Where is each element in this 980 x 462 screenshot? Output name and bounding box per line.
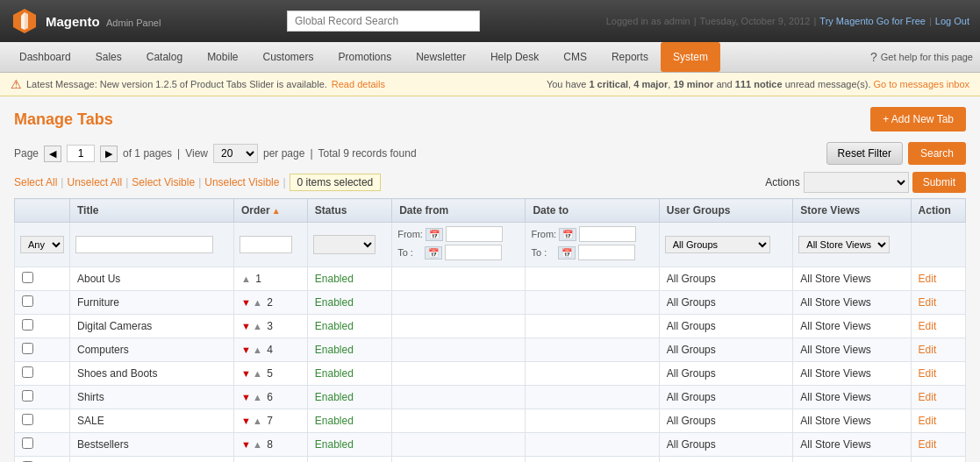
next-page-btn[interactable]: ▶ — [100, 146, 118, 162]
filter-order-cell — [234, 223, 308, 267]
order-down-icon[interactable]: ▼ — [241, 345, 251, 355]
help-btn[interactable]: Get help for this page — [881, 52, 973, 62]
prev-page-btn[interactable]: ◀ — [44, 146, 61, 162]
order-up-icon[interactable]: ▲ — [253, 416, 262, 426]
edit-link[interactable]: Edit — [919, 415, 937, 427]
select-row: Select All | Unselect All | Select Visib… — [14, 172, 966, 193]
select-all-link[interactable]: Select All — [14, 176, 57, 188]
row-checkbox[interactable] — [22, 295, 33, 307]
select-visible-link[interactable]: Select Visible — [132, 176, 195, 188]
order-down-icon[interactable]: ▼ — [241, 439, 251, 450]
order-up-icon[interactable]: ▲ — [253, 297, 262, 308]
order-up-icon[interactable]: ▲ — [253, 368, 262, 379]
order-up-icon[interactable]: ▲ — [253, 392, 262, 402]
row-checkbox[interactable] — [22, 272, 33, 283]
sep3: | — [198, 176, 201, 188]
row-user-groups: All Groups — [659, 409, 793, 433]
filter-store-views-select[interactable]: All Store Views — [798, 236, 890, 253]
unselect-visible-link[interactable]: Unselect Visible — [204, 176, 279, 188]
items-selected-count: 0 items selected — [290, 174, 382, 191]
order-up-icon[interactable]: ▲ — [253, 321, 262, 331]
order-up-icon[interactable]: ▲ — [253, 439, 262, 450]
filter-title-input[interactable] — [75, 236, 213, 253]
row-title: About Us — [70, 267, 234, 291]
filter-date-from-from-input[interactable] — [446, 226, 503, 242]
row-store-views: All Store Views — [793, 409, 911, 433]
global-search-input[interactable] — [287, 11, 480, 32]
logged-in-text: Logged in as admin — [606, 16, 690, 26]
edit-link[interactable]: Edit — [919, 273, 937, 285]
filter-date-from-cell: From: 📅 To : 📅 — [392, 223, 526, 267]
msg-right: You have 1 critical, 4 major, 19 minor a… — [547, 79, 969, 89]
submit-button[interactable]: Submit — [912, 172, 966, 193]
per-page-select[interactable]: 20 50 100 200 — [213, 144, 258, 163]
edit-link[interactable]: Edit — [919, 320, 937, 332]
read-details-link[interactable]: Read details — [332, 79, 385, 89]
order-sort-asc-icon[interactable]: ▲ — [272, 206, 281, 216]
row-title: Shirts — [70, 386, 234, 409]
nav-mobile[interactable]: Mobile — [195, 42, 250, 72]
date-to-from-cal-icon[interactable]: 📅 — [559, 228, 576, 241]
add-new-tab-button[interactable]: + Add New Tab — [870, 107, 966, 131]
pagination-right: Reset Filter Search — [826, 142, 966, 165]
try-link[interactable]: Try Magento Go for Free — [819, 16, 926, 26]
inbox-link[interactable]: Go to messages inbox — [874, 79, 969, 89]
filter-status-cell: Enabled Disabled — [307, 223, 391, 267]
order-down-icon[interactable]: ▼ — [241, 368, 251, 379]
nav-helpdesk[interactable]: Help Desk — [478, 42, 551, 72]
search-button[interactable]: Search — [908, 142, 966, 165]
edit-link[interactable]: Edit — [919, 438, 937, 451]
order-down-icon[interactable]: ▼ — [241, 392, 251, 402]
logout-link[interactable]: Log Out — [935, 16, 969, 26]
order-down-icon[interactable]: ▼ — [241, 321, 251, 331]
row-checkbox[interactable] — [22, 366, 33, 378]
nav-sales[interactable]: Sales — [83, 42, 134, 72]
row-checkbox[interactable] — [22, 437, 33, 449]
row-checkbox-cell — [15, 433, 70, 457]
row-checkbox[interactable] — [22, 319, 33, 331]
row-status: Enabled — [307, 386, 391, 409]
edit-link[interactable]: Edit — [919, 344, 937, 356]
nav-promotions[interactable]: Promotions — [326, 42, 404, 72]
filter-date-to-from-input[interactable] — [579, 226, 636, 242]
filter-user-groups-select[interactable]: All Groups — [665, 236, 770, 253]
order-up-icon[interactable]: ▲ — [253, 345, 262, 355]
edit-link[interactable]: Edit — [919, 391, 937, 403]
edit-link[interactable]: Edit — [919, 296, 937, 309]
date-to-to-cal-icon[interactable]: 📅 — [558, 246, 576, 259]
table-row: Shirts ▼ ▲ 6 Enabled All Groups All Stor… — [15, 386, 966, 409]
order-down-icon[interactable]: ▼ — [241, 297, 251, 308]
row-checkbox[interactable] — [22, 343, 33, 354]
msg-left: ⚠ Latest Message: New version 1.2.5 of P… — [11, 77, 385, 91]
filter-order-input[interactable] — [240, 236, 292, 253]
page-number-input[interactable] — [67, 145, 95, 162]
nav-cms[interactable]: CMS — [551, 42, 599, 72]
row-store-views: All Store Views — [793, 267, 911, 291]
nav-customers[interactable]: Customers — [250, 42, 325, 72]
nav-catalog[interactable]: Catalog — [134, 42, 195, 72]
unselect-all-link[interactable]: Unselect All — [67, 176, 122, 188]
filter-status-select[interactable]: Enabled Disabled — [313, 235, 376, 254]
order-down-icon[interactable]: ▼ — [241, 416, 251, 426]
row-date-from — [392, 291, 526, 315]
row-checkbox[interactable] — [22, 390, 33, 402]
filter-date-to-to-input[interactable] — [578, 245, 635, 260]
nav-system[interactable]: System — [661, 42, 720, 72]
nav-reports[interactable]: Reports — [599, 42, 661, 72]
nav-dashboard[interactable]: Dashboard — [7, 42, 83, 72]
row-store-views: All Store Views — [793, 362, 911, 386]
col-header-action: Action — [911, 199, 965, 223]
date-from-from-cal-icon[interactable]: 📅 — [426, 228, 443, 241]
order-up-icon[interactable]: ▲ — [241, 274, 251, 284]
row-action: Edit — [911, 433, 965, 457]
row-status: Enabled — [307, 362, 391, 386]
filter-any-select[interactable]: Any Yes No — [20, 236, 64, 253]
nav-newsletter[interactable]: Newsletter — [404, 42, 478, 72]
date-from-to-cal-icon[interactable]: 📅 — [425, 246, 442, 259]
edit-link[interactable]: Edit — [919, 367, 937, 380]
reset-filter-button[interactable]: Reset Filter — [826, 142, 903, 165]
row-checkbox[interactable] — [22, 414, 33, 425]
filter-date-from-to-input[interactable] — [445, 245, 502, 260]
actions-select[interactable]: Delete Enable Disable — [804, 172, 909, 193]
row-title: Digital Cameras — [70, 315, 234, 338]
